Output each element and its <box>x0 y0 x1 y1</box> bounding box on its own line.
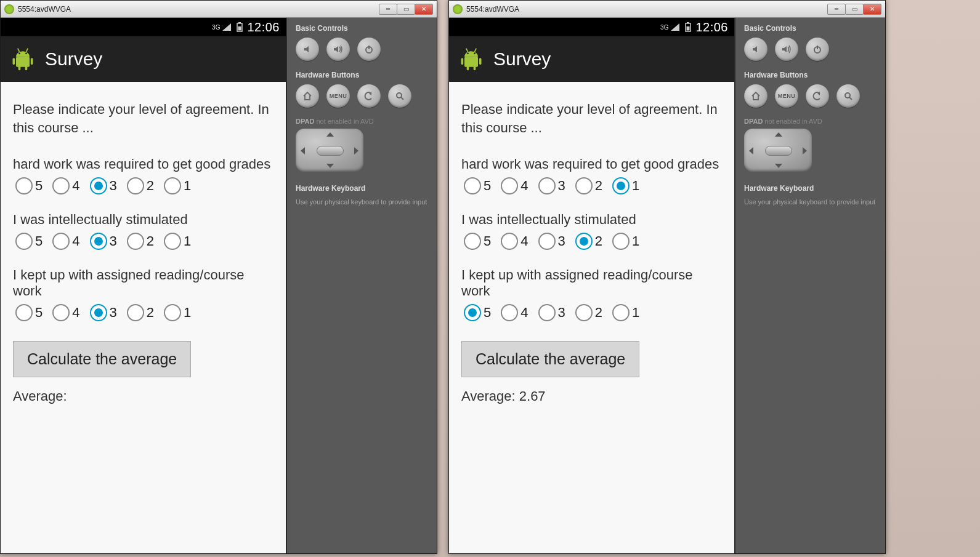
radio-q3-2[interactable] <box>127 304 144 321</box>
radio-q3-4[interactable] <box>52 304 70 321</box>
radio-q1-5[interactable] <box>15 177 33 194</box>
radio-q1-5[interactable] <box>464 177 481 194</box>
action-bar: Survey <box>449 36 734 82</box>
dpad-right-icon <box>803 147 807 154</box>
radio-group-1: 5 4 3 2 1 <box>13 177 273 194</box>
network-icon: 3G <box>660 22 681 32</box>
radio-q2-1[interactable] <box>164 233 181 250</box>
close-button[interactable]: ✕ <box>415 4 433 15</box>
dpad-right-icon <box>354 147 358 154</box>
power-button[interactable] <box>806 38 829 61</box>
radio-q2-3[interactable] <box>90 233 107 250</box>
radio-q3-3[interactable] <box>90 304 107 321</box>
radio-q2-2[interactable] <box>575 233 593 250</box>
radio-q1-1[interactable] <box>164 177 181 194</box>
volume-down-button[interactable] <box>744 38 767 61</box>
question-2: I was intellectually stimulated <box>13 212 273 228</box>
radio-q2-4[interactable] <box>52 233 70 250</box>
minimize-button[interactable]: ━ <box>379 4 397 15</box>
home-button[interactable] <box>296 84 319 108</box>
dpad-up-icon <box>326 132 334 137</box>
svg-line-11 <box>26 49 28 52</box>
svg-rect-6 <box>13 58 15 65</box>
power-button[interactable] <box>357 38 381 61</box>
window-controls: ━ ▭ ✕ <box>379 4 433 15</box>
emulator-side-panel: Basic Controls Hardware Buttons MENU <box>287 18 437 553</box>
radio-q2-3[interactable] <box>538 233 556 250</box>
emulator-window-left: 5554:avdWVGA ━ ▭ ✕ 3G 12:06 <box>0 0 437 554</box>
volume-up-button[interactable] <box>775 38 798 61</box>
dpad-down-icon <box>326 164 334 168</box>
radio-group-1: 5 4 3 2 1 <box>461 177 722 194</box>
minimize-button[interactable]: ━ <box>827 4 846 15</box>
android-emulator-icon <box>4 4 14 14</box>
svg-rect-24 <box>467 66 469 70</box>
menu-button[interactable]: MENU <box>775 84 798 108</box>
average-result: Average: <box>13 388 273 404</box>
radio-q3-1[interactable] <box>612 304 630 321</box>
svg-point-14 <box>397 93 402 98</box>
search-button[interactable] <box>836 84 860 108</box>
survey-content: Please indicate your level of agreement.… <box>449 82 734 553</box>
back-button[interactable] <box>357 84 381 108</box>
radio-q1-4[interactable] <box>501 177 518 194</box>
question-2: I was intellectually stimulated <box>461 212 722 228</box>
radio-q3-2[interactable] <box>575 304 593 321</box>
svg-rect-2 <box>238 26 241 31</box>
device-screen: 3G 12:06 <box>1 18 287 553</box>
radio-q3-5[interactable] <box>464 304 481 321</box>
maximize-button[interactable]: ▭ <box>845 4 864 15</box>
svg-point-30 <box>845 93 850 98</box>
svg-line-26 <box>466 49 468 52</box>
page-title: Survey <box>493 49 551 70</box>
svg-rect-1 <box>238 22 241 23</box>
radio-q3-5[interactable] <box>15 304 33 321</box>
dpad-control <box>744 129 812 172</box>
dpad-down-icon <box>775 164 782 168</box>
question-3: I kept up with assigned reading/course w… <box>461 267 722 299</box>
radio-q2-1[interactable] <box>612 233 630 250</box>
svg-rect-8 <box>18 66 21 70</box>
calculate-button[interactable]: Calculate the average <box>13 341 191 377</box>
radio-q2-4[interactable] <box>501 233 518 250</box>
radio-q3-4[interactable] <box>501 304 518 321</box>
dpad-left-icon <box>301 147 305 154</box>
volume-up-button[interactable] <box>326 38 350 61</box>
keyboard-header: Hardware Keyboard <box>296 184 428 193</box>
dpad-up-icon <box>775 132 782 137</box>
radio-q1-2[interactable] <box>127 177 144 194</box>
radio-q1-3[interactable] <box>538 177 556 194</box>
radio-q1-1[interactable] <box>612 177 630 194</box>
back-button[interactable] <box>806 84 829 108</box>
battery-icon <box>684 22 692 33</box>
radio-q3-1[interactable] <box>164 304 181 321</box>
survey-content: Please indicate your level of agreement.… <box>1 82 286 553</box>
volume-down-button[interactable] <box>296 38 319 61</box>
calculate-button[interactable]: Calculate the average <box>461 341 639 377</box>
radio-q1-4[interactable] <box>52 177 70 194</box>
svg-point-20 <box>467 52 469 54</box>
radio-group-3: 5 4 3 2 1 <box>13 304 273 321</box>
radio-q2-5[interactable] <box>464 233 481 250</box>
survey-prompt: Please indicate your level of agreement.… <box>13 100 273 137</box>
home-button[interactable] <box>744 84 767 108</box>
radio-q2-2[interactable] <box>127 233 144 250</box>
hardware-buttons-header: Hardware Buttons <box>296 71 428 79</box>
app-icon <box>458 46 485 73</box>
radio-q1-3[interactable] <box>90 177 107 194</box>
svg-rect-9 <box>25 66 28 70</box>
keyboard-note: Use your physical keyboard to provide in… <box>296 198 428 206</box>
menu-button[interactable]: MENU <box>326 84 350 108</box>
radio-q1-2[interactable] <box>575 177 593 194</box>
device-screen: 3G 12:06 <box>449 18 735 553</box>
svg-line-15 <box>401 97 403 100</box>
network-icon: 3G <box>212 22 232 32</box>
action-bar: Survey <box>1 36 286 82</box>
maximize-button[interactable]: ▭ <box>397 4 415 15</box>
radio-q2-5[interactable] <box>15 233 33 250</box>
close-button[interactable]: ✕ <box>863 4 881 15</box>
dpad-label: DPAD not enabled in AVD <box>744 118 877 125</box>
search-button[interactable] <box>388 84 411 108</box>
window-controls: ━ ▭ ✕ <box>828 4 881 15</box>
radio-q3-3[interactable] <box>538 304 556 321</box>
